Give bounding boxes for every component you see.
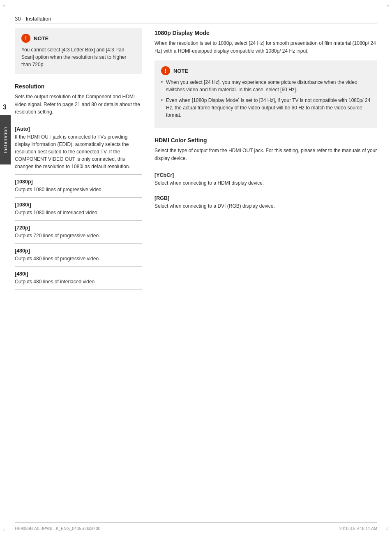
page: ⌐ ¬ L ┘ 30 Installation 3 Installation !…	[0, 0, 392, 535]
option-rgb: [RGB] Select when connecting to a DVI (R…	[154, 195, 377, 210]
resolution-body: Sets the output resolution of the Compon…	[15, 93, 142, 116]
option-ycbcr-desc: Select when connecting to a HDMI display…	[154, 179, 377, 187]
display-mode-body: When the resolution is set to 1080p, sel…	[154, 39, 377, 55]
content-area: ! NOTE You cannot select [4:3 Letter Box…	[15, 28, 377, 519]
section-title-header: Installation	[25, 16, 51, 22]
divider-1080p	[15, 174, 142, 175]
option-720p-label: [720p]	[15, 225, 142, 231]
option-480i-desc: Outputs 480 lines of interlaced video.	[15, 278, 142, 285]
divider-end-right	[154, 214, 377, 214]
option-480i: [480i] Outputs 480 lines of interlaced v…	[15, 271, 142, 285]
top-rule	[15, 23, 377, 23]
corner-mark-tr: ¬	[386, 3, 389, 8]
page-footer: HB905SB-A0.BPANLLK_ENG_0405.indd30 30 20…	[15, 526, 377, 531]
option-1080p-label: [1080p]	[15, 179, 142, 185]
option-ycbcr: [YCbCr] Select when connecting to a HDMI…	[154, 172, 377, 187]
left-note-text: You cannot select [4:3 Letter Box] and […	[21, 46, 136, 68]
option-1080i: [1080i] Outputs 1080 lines of interlaced…	[15, 202, 142, 216]
divider-rgb-top	[154, 191, 377, 191]
right-note-bullet-1: When you select [24 Hz], you may experie…	[161, 79, 371, 93]
left-note-icon: !	[21, 34, 30, 43]
right-note-box: ! NOTE When you select [24 Hz], you may …	[154, 60, 377, 128]
option-1080i-desc: Outputs 1080 lines of interlaced video.	[15, 209, 142, 216]
option-auto-desc: If the HDMI OUT jack is connected to TVs…	[15, 133, 142, 170]
divider-720p	[15, 220, 142, 221]
page-number: 30	[15, 16, 21, 22]
divider-480i	[15, 266, 142, 267]
divider-auto	[15, 122, 142, 122]
display-mode-heading: 1080p Display Mode	[154, 30, 377, 36]
bottom-rule	[15, 522, 377, 523]
divider-ycbcr-top	[154, 168, 377, 168]
resolution-heading: Resolution	[15, 83, 142, 90]
corner-mark-bl: L	[3, 527, 6, 532]
hdmi-color-heading: HDMI Color Setting	[154, 137, 377, 144]
divider-end-left	[15, 290, 142, 290]
left-column: ! NOTE You cannot select [4:3 Letter Box…	[15, 28, 142, 294]
corner-mark-tl: ⌐	[3, 3, 6, 8]
option-ycbcr-label: [YCbCr]	[154, 172, 377, 178]
corner-mark-br: ┘	[386, 527, 389, 532]
page-header: 30 Installation	[15, 16, 51, 22]
right-note-icon: !	[161, 66, 170, 75]
option-rgb-label: [RGB]	[154, 195, 377, 201]
option-720p-desc: Outputs 720 lines of progressive video.	[15, 232, 142, 239]
right-note-header: ! NOTE	[161, 66, 371, 75]
left-note-header: ! NOTE	[21, 34, 136, 43]
option-1080i-label: [1080i]	[15, 202, 142, 208]
footer-file: HB905SB-A0.BPANLLK_ENG_0405.indd30 30	[15, 526, 100, 531]
left-note-label: NOTE	[34, 35, 48, 42]
option-1080p: [1080p] Outputs 1080 lines of progressiv…	[15, 179, 142, 193]
sidebar-tab: Installation	[0, 115, 11, 164]
option-auto: [Auto] If the HDMI OUT jack is connected…	[15, 126, 142, 170]
option-480p: [480p] Outputs 480 lines of progressive …	[15, 248, 142, 262]
option-1080p-desc: Outputs 1080 lines of progressive video.	[15, 186, 142, 193]
right-note-label: NOTE	[173, 68, 188, 74]
sidebar-tab-label: Installation	[3, 127, 8, 153]
option-rgb-desc: Select when connecting to a DVI (RGB) di…	[154, 202, 377, 210]
option-480p-label: [480p]	[15, 248, 142, 254]
sidebar-number: 3	[3, 104, 7, 111]
option-720p: [720p] Outputs 720 lines of progressive …	[15, 225, 142, 239]
divider-1080i	[15, 197, 142, 198]
right-note-bullet-2: Even when [1080p Display Mode] is set to…	[161, 97, 371, 119]
option-auto-label: [Auto]	[15, 126, 142, 132]
right-note-bullets: When you select [24 Hz], you may experie…	[161, 79, 371, 119]
hdmi-color-body: Select the type of output from the HDMI …	[154, 147, 377, 162]
divider-480p	[15, 243, 142, 244]
left-note-box: ! NOTE You cannot select [4:3 Letter Box…	[15, 28, 142, 74]
footer-date: 2010.3.5 9:18:11 AM	[339, 526, 377, 531]
right-column: 1080p Display Mode When the resolution i…	[154, 28, 377, 218]
option-480i-label: [480i]	[15, 271, 142, 277]
option-480p-desc: Outputs 480 lines of progressive video.	[15, 255, 142, 262]
